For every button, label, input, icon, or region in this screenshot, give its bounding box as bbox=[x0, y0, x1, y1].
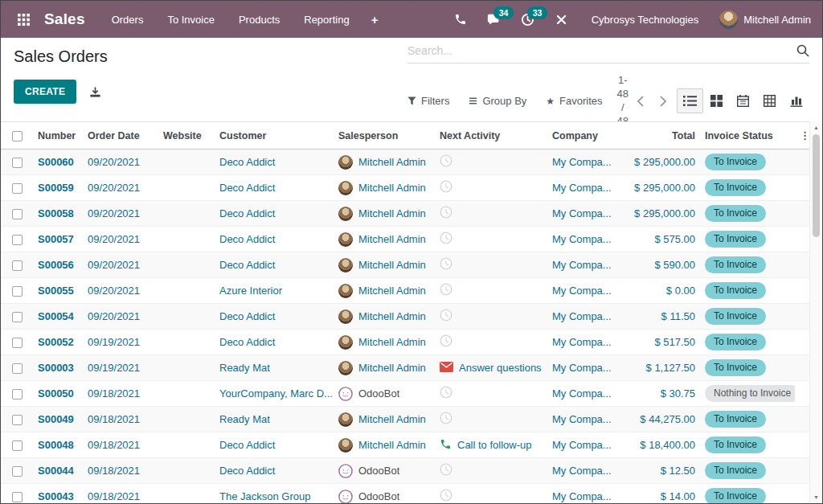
invoice-status-cell[interactable]: To Invoice bbox=[700, 484, 795, 504]
company-cell[interactable]: My Compa... bbox=[547, 330, 621, 355]
order-date[interactable]: 09/20/2021 bbox=[83, 150, 158, 175]
chat-icon[interactable]: 34 bbox=[481, 6, 508, 33]
phone-icon[interactable] bbox=[447, 6, 474, 33]
invoice-status-cell[interactable]: To Invoice bbox=[700, 407, 795, 432]
invoice-status-cell[interactable]: To Invoice bbox=[700, 278, 795, 304]
app-brand[interactable]: Sales bbox=[44, 10, 85, 28]
table-row[interactable]: S00049 09/18/2021 Ready Mat Mitchell Adm… bbox=[1, 407, 811, 432]
invoice-status-cell[interactable]: To Invoice bbox=[700, 227, 795, 252]
total-cell[interactable]: $ 30.75 bbox=[621, 381, 700, 407]
order-number[interactable]: S00060 bbox=[33, 150, 83, 175]
chevron-left-icon[interactable] bbox=[637, 96, 645, 107]
company-cell[interactable]: My Compa... bbox=[547, 458, 621, 484]
invoice-status-cell[interactable]: To Invoice bbox=[700, 330, 795, 355]
search-input[interactable] bbox=[407, 44, 796, 57]
header-order-date[interactable]: Order Date bbox=[83, 122, 158, 150]
order-date[interactable]: 09/20/2021 bbox=[83, 175, 158, 201]
group-by-button[interactable]: Group By bbox=[469, 95, 526, 107]
calendar-view-icon[interactable] bbox=[730, 88, 756, 113]
menu-plus-button[interactable]: + bbox=[362, 2, 388, 38]
total-cell[interactable]: $ 517.50 bbox=[621, 330, 700, 355]
next-activity-cell[interactable]: Call to follow-up bbox=[435, 432, 547, 458]
header-next-activity[interactable]: Next Activity bbox=[435, 122, 547, 150]
next-activity-cell[interactable] bbox=[435, 201, 547, 227]
website-cell[interactable] bbox=[158, 278, 215, 304]
invoice-status-cell[interactable]: To Invoice bbox=[700, 458, 795, 484]
salesperson-cell[interactable]: Mitchell Admin bbox=[334, 278, 435, 304]
row-checkbox[interactable] bbox=[12, 209, 23, 219]
company-cell[interactable]: My Compa... bbox=[547, 484, 621, 504]
invoice-status-cell[interactable]: To Invoice bbox=[700, 355, 795, 381]
customer-cell[interactable]: Deco Addict bbox=[215, 252, 334, 278]
order-number[interactable]: S00059 bbox=[33, 175, 83, 201]
order-number[interactable]: S00050 bbox=[33, 381, 83, 407]
apps-grid-icon[interactable] bbox=[12, 8, 35, 31]
menu-to-invoice[interactable]: To Invoice bbox=[155, 2, 227, 37]
activity-clock-icon[interactable]: 33 bbox=[514, 6, 542, 33]
order-number[interactable]: S00058 bbox=[33, 201, 83, 227]
order-date[interactable]: 09/20/2021 bbox=[83, 252, 158, 278]
table-row[interactable]: S00056 09/20/2021 Deco Addict Mitchell A… bbox=[1, 252, 811, 278]
salesperson-cell[interactable]: Mitchell Admin bbox=[334, 355, 435, 381]
order-date[interactable]: 09/20/2021 bbox=[83, 304, 158, 330]
table-row[interactable]: S00057 09/20/2021 Deco Addict Mitchell A… bbox=[1, 227, 811, 252]
header-number[interactable]: Number bbox=[33, 122, 83, 150]
order-date[interactable]: 09/20/2021 bbox=[83, 227, 158, 252]
customer-cell[interactable]: Deco Addict bbox=[215, 432, 334, 458]
order-number[interactable]: S00048 bbox=[33, 432, 83, 458]
row-checkbox[interactable] bbox=[12, 415, 23, 425]
total-cell[interactable]: $ 44,275.00 bbox=[621, 407, 700, 432]
company-cell[interactable]: My Compa... bbox=[547, 175, 621, 201]
salesperson-cell[interactable]: Mitchell Admin bbox=[334, 252, 435, 278]
total-cell[interactable]: $ 575.00 bbox=[621, 227, 700, 252]
customer-cell[interactable]: Deco Addict bbox=[215, 175, 334, 201]
menu-products[interactable]: Products bbox=[227, 2, 292, 37]
company-cell[interactable]: My Compa... bbox=[547, 407, 621, 432]
column-options-button[interactable]: ⋮ bbox=[795, 122, 811, 150]
chevron-right-icon[interactable] bbox=[659, 96, 667, 107]
row-checkbox[interactable] bbox=[12, 260, 23, 271]
table-row[interactable]: S00043 09/18/2021 The Jackson Group Odoo… bbox=[1, 484, 811, 504]
order-date[interactable]: 09/18/2021 bbox=[83, 407, 158, 432]
vertical-scrollbar[interactable]: ▲ ▼ bbox=[809, 121, 822, 503]
salesperson-cell[interactable]: Mitchell Admin bbox=[334, 407, 435, 432]
order-number[interactable]: S00054 bbox=[33, 304, 83, 330]
company-cell[interactable]: My Compa... bbox=[547, 201, 621, 227]
order-number[interactable]: S00003 bbox=[33, 355, 83, 381]
order-number[interactable]: S00052 bbox=[33, 330, 83, 355]
select-all-checkbox[interactable] bbox=[12, 131, 23, 141]
salesperson-cell[interactable]: OdooBot bbox=[334, 381, 435, 407]
total-cell[interactable]: $ 295,000.00 bbox=[621, 201, 700, 227]
salesperson-cell[interactable]: Mitchell Admin bbox=[334, 304, 435, 330]
invoice-status-cell[interactable]: To Invoice bbox=[700, 304, 795, 330]
company-cell[interactable]: My Compa... bbox=[547, 252, 621, 278]
menu-reporting[interactable]: Reporting bbox=[292, 2, 361, 37]
order-date[interactable]: 09/18/2021 bbox=[83, 432, 158, 458]
row-checkbox[interactable] bbox=[12, 492, 23, 502]
row-checkbox[interactable] bbox=[12, 363, 23, 374]
export-icon[interactable] bbox=[89, 86, 101, 98]
table-row[interactable]: S00052 09/19/2021 Deco Addict Mitchell A… bbox=[1, 330, 811, 355]
table-row[interactable]: S00044 09/18/2021 Deco Addict OdooBot bbox=[1, 458, 811, 484]
website-cell[interactable] bbox=[158, 252, 215, 278]
invoice-status-cell[interactable]: To Invoice bbox=[700, 252, 795, 278]
salesperson-cell[interactable]: Mitchell Admin bbox=[334, 432, 435, 458]
customer-cell[interactable]: Deco Addict bbox=[215, 227, 334, 252]
next-activity-cell[interactable] bbox=[435, 227, 547, 252]
website-cell[interactable] bbox=[158, 150, 215, 175]
salesperson-cell[interactable]: Mitchell Admin bbox=[334, 330, 435, 355]
company-cell[interactable]: My Compa... bbox=[547, 227, 621, 252]
total-cell[interactable]: $ 295,000.00 bbox=[621, 150, 700, 175]
total-cell[interactable]: $ 590.00 bbox=[621, 252, 700, 278]
row-checkbox[interactable] bbox=[12, 286, 23, 297]
user-menu[interactable]: Mitchell Admin bbox=[719, 10, 811, 29]
customer-cell[interactable]: YourCompany, Marc D... bbox=[215, 381, 334, 407]
salesperson-cell[interactable]: OdooBot bbox=[334, 484, 435, 504]
salesperson-cell[interactable]: Mitchell Admin bbox=[334, 150, 435, 175]
header-invoice-status[interactable]: Invoice Status bbox=[700, 122, 795, 150]
pivot-view-icon[interactable] bbox=[756, 88, 783, 113]
order-number[interactable]: S00055 bbox=[33, 278, 83, 304]
website-cell[interactable] bbox=[158, 484, 215, 504]
row-checkbox[interactable] bbox=[12, 312, 23, 322]
customer-cell[interactable]: Deco Addict bbox=[215, 201, 334, 227]
